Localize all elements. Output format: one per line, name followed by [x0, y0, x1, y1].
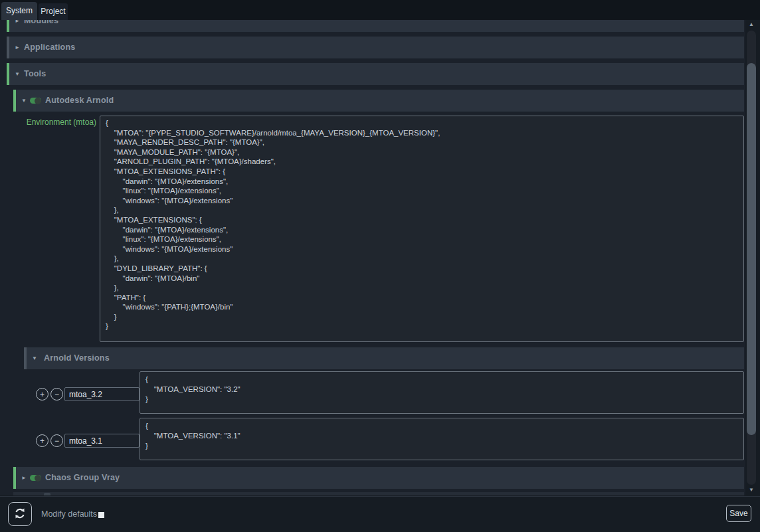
footer-bar: Modify defaults Save: [0, 496, 760, 532]
toggle-knob-icon: [35, 98, 41, 104]
section-label-arnold-versions: Arnold Versions: [44, 347, 110, 369]
enabled-toggle[interactable]: [30, 98, 41, 104]
tab-system[interactable]: System: [1, 2, 37, 20]
tab-bar: System Project: [0, 0, 760, 20]
version-json-editor[interactable]: { "MTOA_VERSION": "3.2" }: [140, 371, 744, 414]
remove-version-button[interactable]: −: [50, 388, 63, 400]
version-key-input[interactable]: [64, 387, 140, 401]
modify-defaults-label: Modify defaults: [41, 497, 97, 532]
refresh-icon: [13, 507, 27, 522]
chevron-down-icon[interactable]: ▼: [15, 63, 20, 85]
section-label-applications: Applications: [24, 37, 75, 58]
section-label-tools: Tools: [24, 63, 46, 85]
chevron-down-icon[interactable]: ▼: [32, 347, 37, 369]
section-header-autodesk-arnold[interactable]: ▼ Autodesk Arnold: [13, 90, 744, 112]
settings-scroll-area: ► Modules ► Applications ▼ Tools ▼ Autod…: [0, 20, 745, 495]
scroll-down-icon[interactable]: ▼: [745, 487, 757, 493]
chevron-right-icon[interactable]: ►: [15, 20, 20, 32]
chevron-right-icon[interactable]: ►: [15, 37, 20, 58]
environment-mtoa-label: Environment (mtoa): [13, 118, 96, 127]
add-version-button[interactable]: +: [36, 388, 48, 400]
save-button[interactable]: Save: [726, 505, 751, 522]
enabled-toggle[interactable]: [30, 475, 41, 481]
vertical-scrollbar[interactable]: ▲ ▼: [745, 20, 760, 496]
partial-next-row: [13, 492, 744, 495]
add-version-button[interactable]: +: [36, 434, 48, 447]
section-label-autodesk-arnold: Autodesk Arnold: [45, 90, 114, 112]
version-key-input[interactable]: [64, 434, 140, 448]
section-header-chaos-group-vray[interactable]: ► Chaos Group Vray: [13, 467, 744, 489]
section-header-applications[interactable]: ► Applications: [7, 37, 744, 58]
modify-defaults-checkbox[interactable]: [98, 512, 104, 518]
chevron-right-icon[interactable]: ►: [21, 467, 27, 489]
refresh-button[interactable]: [8, 502, 32, 526]
section-header-arnold-versions[interactable]: ▼ Arnold Versions: [24, 347, 744, 369]
scrollbar-thumb[interactable]: [747, 63, 756, 435]
section-header-tools[interactable]: ▼ Tools: [7, 63, 744, 85]
section-label-chaos-group-vray: Chaos Group Vray: [45, 467, 120, 489]
section-label-modules: Modules: [24, 20, 58, 32]
version-json-editor[interactable]: { "MTOA_VERSION": "3.1" }: [140, 418, 744, 460]
section-header-modules[interactable]: ► Modules: [7, 20, 744, 32]
partial-toggle-icon: [44, 493, 50, 495]
chevron-down-icon[interactable]: ▼: [21, 90, 27, 112]
toggle-knob-icon: [35, 475, 41, 482]
environment-mtoa-editor[interactable]: { "MTOA": "{PYPE_STUDIO_SOFTWARE}/arnold…: [100, 116, 744, 342]
remove-version-button[interactable]: −: [50, 434, 63, 447]
tab-project[interactable]: Project: [39, 3, 68, 20]
scroll-up-icon[interactable]: ▲: [745, 21, 757, 27]
